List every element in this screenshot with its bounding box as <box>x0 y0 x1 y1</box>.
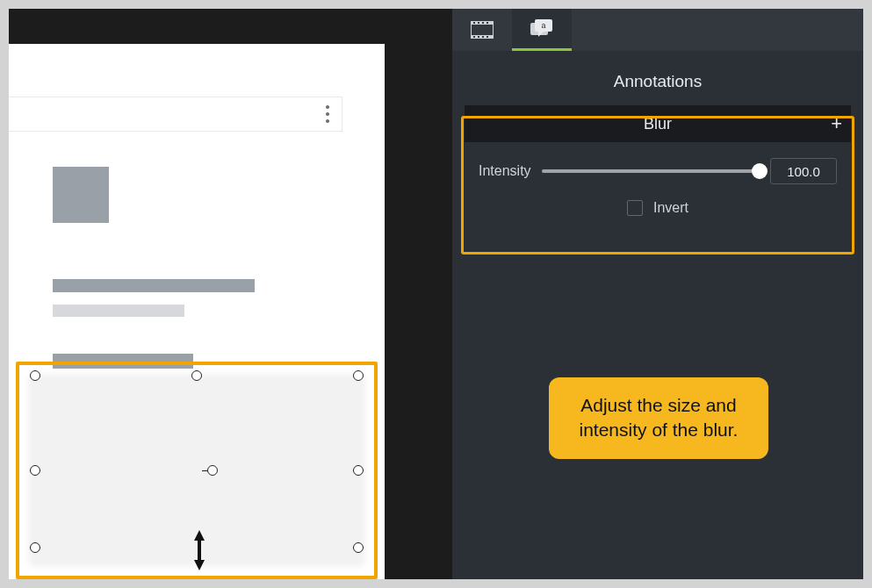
invert-checkbox[interactable] <box>627 200 643 216</box>
resize-arrow-icon[interactable] <box>191 528 207 572</box>
slider-fill <box>542 169 760 173</box>
kebab-menu-icon[interactable] <box>326 105 329 123</box>
intensity-slider[interactable] <box>542 169 760 173</box>
invert-row: Invert <box>479 200 837 216</box>
mock-text-line <box>53 305 184 317</box>
browser-mock <box>9 44 385 579</box>
svg-rect-3 <box>473 22 475 24</box>
filmstrip-icon <box>471 21 494 39</box>
resize-handle-mr[interactable] <box>353 465 364 476</box>
panel-tab-bar: a <box>452 9 863 51</box>
slider-thumb[interactable] <box>752 163 768 179</box>
intensity-row: Intensity 100.0 <box>479 158 837 184</box>
app-frame: a Annotations Blur + Intensity 100.0 Inv <box>9 9 863 579</box>
canvas-area <box>9 9 452 579</box>
svg-rect-7 <box>473 36 475 38</box>
intensity-value-input[interactable]: 100.0 <box>770 158 837 184</box>
resize-handle-ml[interactable] <box>30 465 40 476</box>
mock-text-line <box>53 279 255 292</box>
resize-handle-tl[interactable] <box>30 370 40 381</box>
resize-handle-tm[interactable] <box>191 370 202 381</box>
rotation-handle[interactable] <box>207 465 218 476</box>
panel-title: Annotations <box>452 51 863 105</box>
svg-rect-8 <box>478 36 479 38</box>
svg-text:a: a <box>541 21 545 30</box>
svg-rect-10 <box>486 36 488 38</box>
mock-page-content <box>53 167 255 369</box>
annotation-icon: a <box>530 19 554 39</box>
resize-handle-br[interactable] <box>353 542 364 553</box>
section-header-blur: Blur + <box>465 105 851 142</box>
blur-controls: Intensity 100.0 Invert <box>465 142 851 237</box>
intensity-label: Intensity <box>479 163 531 179</box>
tab-media[interactable] <box>452 9 512 51</box>
mock-avatar <box>53 167 109 223</box>
svg-rect-9 <box>482 36 484 38</box>
svg-rect-4 <box>478 22 479 24</box>
tutorial-callout: Adjust the size and intensity of the blu… <box>549 377 768 459</box>
blur-annotation-selection[interactable] <box>16 362 378 579</box>
invert-label: Invert <box>653 200 688 216</box>
section-title: Blur <box>644 115 672 133</box>
resize-handle-tr[interactable] <box>353 370 364 381</box>
svg-rect-5 <box>482 22 484 24</box>
properties-panel: a Annotations Blur + Intensity 100.0 Inv <box>452 9 863 579</box>
url-bar <box>9 97 342 132</box>
tab-annotations[interactable]: a <box>512 9 572 51</box>
resize-handle-bl[interactable] <box>30 542 40 553</box>
svg-rect-6 <box>486 22 488 24</box>
add-button[interactable]: + <box>831 112 842 135</box>
